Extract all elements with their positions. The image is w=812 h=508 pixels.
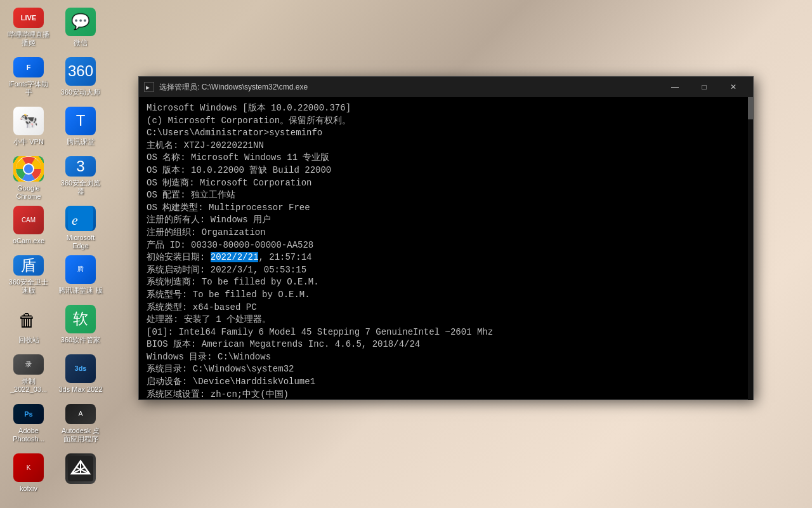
cmd-title: 选择管理员: C:\Windows\system32\cmd.exe (159, 82, 660, 93)
icon-label: 微信 (74, 39, 88, 47)
cmd-line: OS 名称: Microsoft Windows 11 专业版 (147, 152, 745, 164)
desktop-icon-19[interactable] (55, 450, 106, 497)
cmd-line: 系统制造商: To be filled by O.E.M. (147, 276, 745, 289)
desktop-icons: LIVE哔哩哔哩直播 播姬💬微信FiFonts字体助 手360360安动大师🐄小… (0, 0, 105, 508)
scrollbar[interactable] (748, 97, 753, 400)
window-controls: — □ ✕ (660, 77, 748, 97)
icon-label: 录制_2022_03... (6, 377, 51, 394)
desktop-icon-10[interactable]: 盾360安全卫士 速版 (3, 251, 54, 298)
icon-label: 小牛 VPN (13, 138, 44, 146)
cmd-line: 系统类型: x64-based PC (147, 302, 745, 314)
icon-label: 360安动大师 (61, 88, 100, 97)
cmd-line: OS 版本: 10.0.22000 暂缺 Build 22000 (147, 164, 745, 177)
cmd-line: 系统型号: To be filled by O.E.M. (147, 289, 745, 302)
icon-label: Microsoft Edge (58, 234, 103, 250)
icon-label: 哔哩哔哩直播 播姬 (6, 30, 51, 47)
icon-label: kofxiv (20, 485, 37, 493)
desktop-icon-11[interactable]: 腾腾讯课堂速 版 (55, 251, 106, 298)
cmd-line: 产品 ID: 00330-80000-00000-AA528 (147, 239, 745, 252)
svg-text:▶: ▶ (146, 84, 150, 91)
svg-point-2 (24, 164, 33, 173)
desktop-icon-4[interactable]: 🐄小牛 VPN (3, 103, 54, 150)
desktop-icon-5[interactable]: T腾讯课堂 (55, 103, 106, 150)
icon-label: 回收站 (18, 336, 39, 344)
desktop-icon-14[interactable]: 录录制_2022_03... (3, 351, 54, 398)
cmd-line: OS 制造商: Microsoft Corporation (147, 177, 745, 190)
cmd-line: 系统启动时间: 2022/3/1, 05:53:15 (147, 264, 745, 277)
cmd-line: (c) Microsoft Corporation。保留所有权利。 (147, 115, 745, 128)
cmd-line: Windows 目录: C:\Windows (147, 351, 745, 364)
cmd-line: 系统目录: C:\Windows\system32 (147, 363, 745, 376)
cmd-line: 系统区域设置: zh-cn;中文(中国) (147, 389, 745, 399)
icon-label: Autodesk 桌 面应用程序 (58, 427, 103, 443)
icon-label: 腾讯课堂速 版 (58, 286, 102, 295)
cmd-window: ▶ 选择管理员: C:\Windows\system32\cmd.exe — □… (138, 76, 754, 400)
cmd-line: [01]: Intel64 Family 6 Model 45 Stepping… (147, 326, 745, 339)
cmd-line: BIOS 版本: American Megatrends Inc. 4.6.5,… (147, 338, 745, 351)
icon-label: 3ds Max 2022 (58, 385, 102, 394)
cmd-line: C:\Users\Administrator>systeminfo (147, 127, 745, 140)
icon-label: 腾讯课堂 (67, 138, 95, 146)
icon-label: Google Chrome (6, 184, 51, 201)
desktop-icon-1[interactable]: 💬微信 (55, 4, 106, 51)
close-button[interactable]: ✕ (719, 77, 748, 97)
cmd-line: 注册的所有人: Windows 用户 (147, 214, 745, 227)
cmd-line: 注册的组织: Organization (147, 227, 745, 239)
desktop-icon-9[interactable]: e Microsoft Edge (55, 202, 106, 249)
desktop-icon-12[interactable]: 🗑回收站 (3, 301, 54, 348)
desktop-icon-7[interactable]: 3360安全浏览 器 (55, 152, 106, 199)
cmd-line: 初始安装日期: 2022/2/21, 21:57:14 (147, 251, 745, 264)
icon-label: 360安全浏览 器 (58, 179, 103, 196)
desktop-icon-8[interactable]: CAMoCam.exe (3, 202, 54, 249)
icon-label: 360安全卫士 速版 (6, 278, 51, 295)
desktop-icon-16[interactable]: PsAdobe Photosh... (3, 400, 54, 447)
desktop-icon-6[interactable]: Google Chrome (3, 152, 54, 199)
icon-label: 360软件管家 (61, 336, 100, 344)
icon-label: iFonts字体助 手 (6, 80, 51, 97)
minimize-button[interactable]: — (660, 77, 690, 97)
cmd-line: OS 构建类型: Multiprocessor Free (147, 202, 745, 215)
cmd-icon: ▶ (144, 82, 154, 92)
icon-label: oCam.exe (13, 237, 44, 245)
desktop-icon-18[interactable]: Kkofxiv (3, 450, 54, 497)
desktop-icon-17[interactable]: AAutodesk 桌 面应用程序 (55, 400, 106, 447)
cmd-line: Microsoft Windows [版本 10.0.22000.376] (147, 102, 745, 115)
svg-text:e: e (72, 212, 78, 228)
cmd-titlebar[interactable]: ▶ 选择管理员: C:\Windows\system32\cmd.exe — □… (139, 77, 753, 97)
icon-label: Adobe Photosh... (6, 427, 51, 443)
cmd-line: OS 配置: 独立工作站 (147, 189, 745, 202)
scrollbar-thumb[interactable] (748, 97, 753, 119)
cmd-output[interactable]: Microsoft Windows [版本 10.0.22000.376](c)… (139, 97, 753, 399)
desktop-icon-0[interactable]: LIVE哔哩哔哩直播 播姬 (3, 4, 54, 51)
svg-text:🗑: 🗑 (18, 311, 36, 330)
highlighted-text: 2022/2/21 (211, 252, 259, 262)
desktop-icon-15[interactable]: 3ds3ds Max 2022 (55, 351, 106, 398)
cmd-line: 启动设备: \Device\HarddiskVolume1 (147, 376, 745, 389)
desktop-icon-13[interactable]: 软360软件管家 (55, 301, 106, 348)
cmd-line: 处理器: 安装了 1 个处理器。 (147, 314, 745, 326)
desktop-icon-3[interactable]: 360360安动大师 (55, 53, 106, 100)
desktop-icon-2[interactable]: FiFonts字体助 手 (3, 53, 54, 100)
cmd-line: 主机名: XTZJ-20220221NN (147, 140, 745, 152)
maximize-button[interactable]: □ (690, 77, 719, 97)
